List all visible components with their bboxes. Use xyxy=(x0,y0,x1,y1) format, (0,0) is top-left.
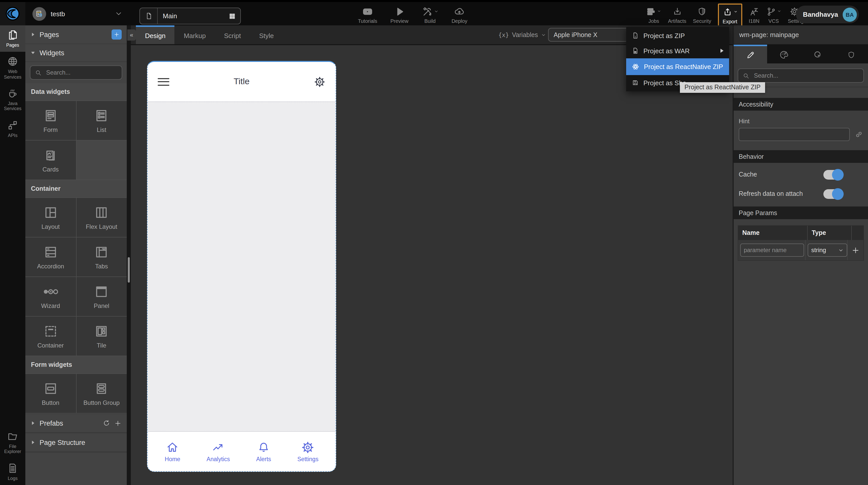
widget-tile-wizard[interactable]: Wizard xyxy=(25,277,76,316)
tab-properties-events[interactable] xyxy=(801,45,835,63)
widget-search-wrap xyxy=(25,62,127,83)
deploy-button[interactable]: Deploy xyxy=(452,6,467,24)
page-tab-label: Main xyxy=(158,12,224,20)
widget-tile-button-group[interactable]: Button Group xyxy=(76,374,127,413)
menu-item-label: Project as ZIP xyxy=(643,32,685,39)
i18n-button[interactable]: I18N xyxy=(749,6,759,24)
rail-item-java-services[interactable]: Java Services xyxy=(0,84,25,115)
add-param-button[interactable] xyxy=(851,246,860,254)
project-name: testb xyxy=(51,10,65,18)
pages-header-label: Pages xyxy=(39,31,107,38)
tab-markup[interactable]: Markup xyxy=(175,25,215,44)
widget-tile-list[interactable]: List xyxy=(76,101,127,140)
pages-section-header[interactable]: Pages xyxy=(25,25,127,44)
menu-item-project-as-war[interactable]: Project as WAR xyxy=(626,43,729,58)
page-tab-main[interactable]: Main xyxy=(140,8,241,24)
tutorials-button[interactable]: Tutorials xyxy=(358,6,377,24)
folder-icon xyxy=(7,431,18,442)
widget-tile-container[interactable]: Container xyxy=(25,317,76,355)
phone-nav-home[interactable]: Home xyxy=(165,441,180,462)
menu-item-project-as-reactnative-zip[interactable]: Project as ReactNative ZIP xyxy=(626,58,729,75)
data-widgets-grid: Form List C xyxy=(25,101,127,180)
widget-tile-tabs[interactable]: Tabs xyxy=(76,237,127,277)
accessibility-section-header[interactable]: Accessibility xyxy=(734,98,868,111)
grid-view-icon[interactable] xyxy=(224,12,240,20)
security-button[interactable]: Security xyxy=(693,6,711,24)
panel-scrollbar-thumb[interactable] xyxy=(128,257,130,283)
cache-toggle[interactable] xyxy=(824,170,843,179)
tab-properties-edit[interactable] xyxy=(734,45,767,63)
vcs-chevron-down-icon xyxy=(777,6,781,17)
refresh-data-toggle[interactable] xyxy=(824,189,843,199)
wavemaker-logo[interactable] xyxy=(0,2,25,25)
add-page-button[interactable] xyxy=(112,29,122,39)
vcs-button[interactable]: VCS xyxy=(766,6,781,24)
user-menu[interactable]: Bandhavya BA xyxy=(796,6,859,23)
widget-tile-panel[interactable]: Panel xyxy=(76,277,127,316)
prefabs-section-header[interactable]: Prefabs xyxy=(25,413,127,433)
panel-widget-icon xyxy=(94,284,109,299)
rail-item-logs[interactable]: Logs xyxy=(0,458,25,485)
export-label: Export xyxy=(723,19,738,24)
widget-tile-layout[interactable]: Layout xyxy=(25,198,76,237)
refresh-icon[interactable] xyxy=(103,420,110,427)
build-button[interactable]: Build xyxy=(422,6,438,24)
properties-search-input[interactable] xyxy=(753,72,859,80)
refresh-data-toggle-row: Refresh data on attach xyxy=(739,188,863,199)
phone-mockup[interactable]: Title Home xyxy=(147,61,336,472)
page-structure-section-header[interactable]: Page Structure xyxy=(25,433,127,452)
rail-item-pages[interactable]: Pages xyxy=(0,25,25,52)
rail-item-file-explorer[interactable]: File Explorer xyxy=(0,427,25,458)
jobs-button[interactable]: Jobs xyxy=(646,6,661,24)
widget-tile-form[interactable]: Form xyxy=(25,101,76,140)
properties-panel: wm-page: mainpage xyxy=(733,25,868,485)
artifacts-button[interactable]: Artifacts xyxy=(668,6,686,24)
hamburger-menu-icon[interactable] xyxy=(158,78,169,85)
tab-properties-style[interactable] xyxy=(767,45,801,63)
menu-item-project-as-zip[interactable]: Project as ZIP xyxy=(626,28,729,43)
tab-properties-security[interactable] xyxy=(835,45,868,63)
top-toolbar: testb Main xyxy=(0,2,868,25)
param-type-select[interactable]: string xyxy=(808,244,847,257)
settings-gear-icon xyxy=(302,441,315,454)
tab-script[interactable]: Script xyxy=(215,25,250,44)
phone-nav-settings[interactable]: Settings xyxy=(297,441,318,462)
phone-content-area[interactable] xyxy=(148,102,336,432)
chevron-right-icon xyxy=(30,421,35,426)
collapse-panel-button[interactable]: « xyxy=(127,29,136,40)
page-params-section-header[interactable]: Page Params xyxy=(734,206,868,219)
add-prefab-icon[interactable] xyxy=(114,419,122,427)
phone-nav-label: Alerts xyxy=(256,456,271,462)
widgets-section-header[interactable]: Widgets xyxy=(25,44,127,62)
export-button[interactable]: Export xyxy=(722,6,738,24)
search-icon xyxy=(743,72,749,79)
rail-item-apis[interactable]: APIs xyxy=(0,115,25,142)
rail-item-web-services[interactable]: Web Services xyxy=(0,52,25,84)
tab-design[interactable]: Design xyxy=(136,25,175,44)
widget-tile-cards[interactable]: Cards xyxy=(25,141,76,179)
widget-tile-accordion[interactable]: Accordion xyxy=(25,237,76,277)
phone-header-gear-icon[interactable] xyxy=(314,76,326,87)
param-name-input[interactable] xyxy=(740,244,804,257)
i18n-translate-icon xyxy=(749,6,759,17)
widget-tile-label: Accordion xyxy=(37,262,64,269)
behavior-section-header[interactable]: Behavior xyxy=(734,150,868,163)
variables-button[interactable]: {x} Variables xyxy=(498,25,546,44)
bind-link-icon[interactable] xyxy=(855,131,863,139)
page-params-table-row: string xyxy=(738,240,863,260)
preview-button[interactable]: Preview xyxy=(391,6,408,24)
phone-nav-alerts[interactable]: Alerts xyxy=(256,441,271,462)
widget-tile-button[interactable]: Button xyxy=(25,374,76,413)
widget-tile-flex-layout[interactable]: Flex Layout xyxy=(76,198,127,237)
panel-bottom-filler xyxy=(25,452,127,485)
project-chevron-down-icon[interactable] xyxy=(115,10,123,18)
widget-search-input[interactable] xyxy=(45,68,117,77)
device-selector[interactable]: Apple iPhone X xyxy=(548,28,637,41)
tab-style[interactable]: Style xyxy=(250,25,283,44)
hint-input[interactable] xyxy=(739,128,850,141)
select-chevron-down-icon xyxy=(838,247,844,253)
project-switcher[interactable]: testb xyxy=(32,7,65,21)
properties-search-box xyxy=(738,68,864,83)
phone-nav-analytics[interactable]: Analytics xyxy=(207,441,230,462)
widget-tile-tile[interactable]: Tile xyxy=(76,317,127,355)
